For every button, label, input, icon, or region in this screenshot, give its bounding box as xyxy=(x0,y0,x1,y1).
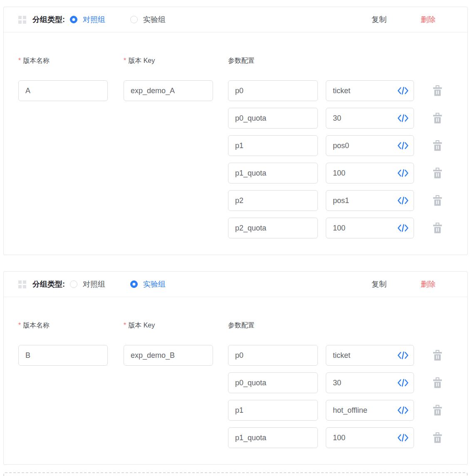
radio-icon xyxy=(70,280,77,288)
param-key-input[interactable] xyxy=(228,400,318,421)
version-key-column: *版本 Key xyxy=(124,56,213,238)
drag-handle-icon[interactable] xyxy=(18,16,26,24)
trash-icon xyxy=(433,405,442,416)
code-icon[interactable] xyxy=(397,224,409,232)
delete-param-button[interactable] xyxy=(431,377,443,389)
trash-icon xyxy=(433,140,442,151)
trash-icon xyxy=(433,195,442,206)
radio-experiment-group[interactable]: 实验组 xyxy=(130,279,166,289)
param-row xyxy=(228,135,443,156)
code-icon[interactable] xyxy=(397,196,409,205)
code-icon[interactable] xyxy=(397,169,409,177)
radio-control-group[interactable]: 对照组 xyxy=(70,279,105,289)
required-asterisk: * xyxy=(18,322,21,329)
param-key-input[interactable] xyxy=(228,345,318,366)
version-key-input[interactable] xyxy=(124,80,213,101)
trash-icon xyxy=(433,432,442,443)
param-value-field xyxy=(326,400,414,421)
code-icon[interactable] xyxy=(397,379,409,387)
add-group-area[interactable] xyxy=(3,472,468,476)
delete-param-button[interactable] xyxy=(431,167,443,179)
param-value-field xyxy=(326,218,414,238)
copy-button[interactable]: 复制 xyxy=(372,279,387,289)
param-value-field xyxy=(326,135,414,156)
param-row xyxy=(228,400,443,421)
label-text: 参数配置 xyxy=(228,322,255,329)
param-value-field xyxy=(326,372,414,393)
required-asterisk: * xyxy=(124,322,126,329)
param-value-field xyxy=(326,80,414,101)
delete-param-button[interactable] xyxy=(431,404,443,416)
param-value-field xyxy=(326,427,414,448)
version-name-input[interactable] xyxy=(18,345,108,366)
code-icon[interactable] xyxy=(397,114,409,122)
code-icon[interactable] xyxy=(397,87,409,95)
radio-label: 实验组 xyxy=(143,15,166,25)
copy-button[interactable]: 复制 xyxy=(372,15,387,25)
param-row xyxy=(228,163,443,183)
param-key-input[interactable] xyxy=(228,218,318,238)
radio-icon xyxy=(70,16,77,23)
param-key-input[interactable] xyxy=(228,80,318,101)
param-value-field xyxy=(326,190,414,211)
param-key-input[interactable] xyxy=(228,135,318,156)
label-text: 版本名称 xyxy=(23,57,50,64)
required-asterisk: * xyxy=(18,57,21,64)
delete-param-button[interactable] xyxy=(431,140,443,151)
code-icon[interactable] xyxy=(397,434,409,442)
label-text: 版本 Key xyxy=(128,57,155,64)
trash-icon xyxy=(433,85,442,96)
radio-control-group[interactable]: 对照组 xyxy=(70,15,105,25)
code-icon[interactable] xyxy=(397,141,409,150)
delete-param-button[interactable] xyxy=(431,195,443,206)
label-text: 版本 Key xyxy=(128,322,155,329)
version-name-column: *版本名称 xyxy=(18,321,108,448)
version-name-column: *版本名称 xyxy=(18,56,108,238)
group-card-control: 分组类型: 对照组 实验组 复制 删除 *版本名称 *版本 Key 参数配置 xyxy=(3,7,468,255)
param-row xyxy=(228,372,443,393)
version-name-input[interactable] xyxy=(18,80,108,101)
group-card-experiment: 分组类型: 对照组 实验组 复制 删除 *版本名称 *版本 Key 参数配置 xyxy=(3,271,468,465)
param-row xyxy=(228,427,443,448)
param-key-input[interactable] xyxy=(228,108,318,129)
label-text: 参数配置 xyxy=(228,57,255,64)
param-value-field xyxy=(326,108,414,129)
version-key-label: *版本 Key xyxy=(124,56,213,65)
radio-label: 实验组 xyxy=(143,279,166,289)
delete-param-button[interactable] xyxy=(431,432,443,444)
group-type-label: 分组类型: xyxy=(32,15,65,25)
required-asterisk: * xyxy=(124,57,126,64)
radio-label: 对照组 xyxy=(83,15,105,25)
version-name-label: *版本名称 xyxy=(18,321,108,330)
version-name-label: *版本名称 xyxy=(18,56,108,65)
version-key-column: *版本 Key xyxy=(124,321,213,448)
group-body: *版本名称 *版本 Key 参数配置 xyxy=(4,32,467,255)
delete-group-button[interactable]: 删除 xyxy=(421,279,436,289)
drag-handle-icon[interactable] xyxy=(18,280,26,288)
header-actions: 复制 删除 xyxy=(372,279,436,289)
param-key-input[interactable] xyxy=(228,427,318,448)
param-row xyxy=(228,190,443,211)
version-key-input[interactable] xyxy=(124,345,213,366)
group-header: 分组类型: 对照组 实验组 复制 删除 xyxy=(4,7,467,32)
radio-icon xyxy=(130,280,138,288)
params-column: 参数配置 xyxy=(228,321,443,448)
trash-icon xyxy=(433,350,442,361)
label-text: 版本名称 xyxy=(23,322,50,329)
trash-icon xyxy=(433,377,442,388)
group-type-label: 分组类型: xyxy=(32,279,65,289)
param-row xyxy=(228,80,443,101)
param-key-input[interactable] xyxy=(228,372,318,393)
delete-param-button[interactable] xyxy=(431,350,443,361)
param-key-input[interactable] xyxy=(228,190,318,211)
radio-icon xyxy=(130,16,138,23)
delete-param-button[interactable] xyxy=(431,222,443,234)
code-icon[interactable] xyxy=(397,351,409,359)
code-icon[interactable] xyxy=(397,406,409,414)
delete-param-button[interactable] xyxy=(431,112,443,124)
param-key-input[interactable] xyxy=(228,163,318,183)
radio-experiment-group[interactable]: 实验组 xyxy=(130,15,166,25)
delete-param-button[interactable] xyxy=(431,85,443,97)
header-actions: 复制 删除 xyxy=(372,15,436,25)
delete-group-button[interactable]: 删除 xyxy=(421,15,436,25)
